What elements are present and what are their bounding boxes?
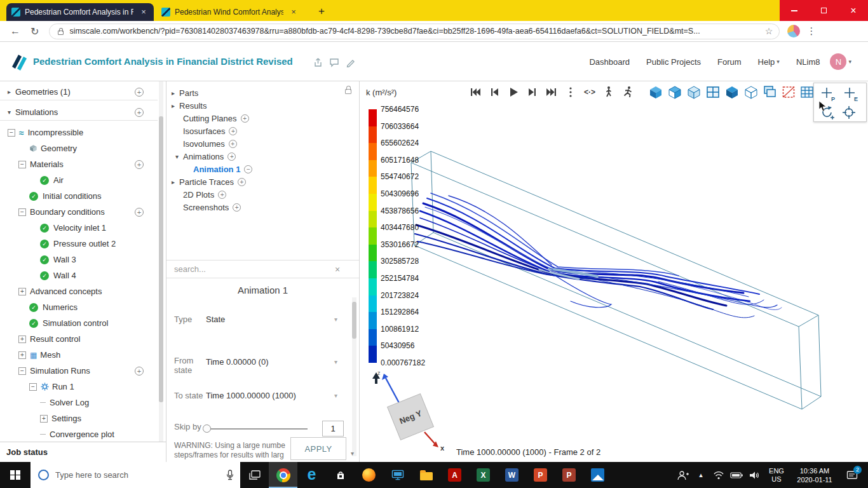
add-icon[interactable]: + — [135, 208, 144, 217]
sidebar-item-numerics[interactable]: ✓Numerics — [0, 299, 158, 315]
taskbar-file-explorer-icon[interactable] — [412, 462, 440, 488]
nav-help[interactable]: Help — [758, 57, 775, 67]
skip-last-icon[interactable] — [545, 85, 559, 99]
window-minimize-button[interactable] — [780, 0, 809, 21]
solid-cube-view-icon[interactable] — [724, 85, 740, 100]
tree-search-input[interactable] — [166, 264, 335, 274]
browser-tab-inactive[interactable]: Pedestrian Wind Comfort Analys × — [156, 3, 304, 21]
tab-close-icon[interactable]: × — [139, 7, 149, 17]
from-state-select[interactable]: From stateTime 0.00000 (0)▾ — [166, 356, 359, 377]
post-tree-item-isovolumes[interactable]: Isovolumes+ — [166, 137, 349, 150]
expand-icon[interactable]: + — [18, 288, 26, 295]
lock-icon[interactable] — [345, 89, 351, 94]
sidebar-item-wall-4[interactable]: ✓Wall 4 — [0, 268, 158, 283]
nav-public-projects[interactable]: Public Projects — [646, 57, 701, 67]
sidebar-item-settings[interactable]: +Settings — [0, 410, 158, 426]
hidden-icons-chevron[interactable]: ▴ — [692, 462, 710, 488]
taskbar-excel-icon[interactable]: X — [469, 462, 498, 488]
grid-view-icon[interactable] — [799, 85, 815, 100]
add-icon[interactable]: + — [135, 367, 144, 376]
window-close-button[interactable]: × — [839, 0, 868, 21]
expand-icon[interactable]: + — [18, 336, 26, 343]
remove-icon[interactable]: − — [244, 165, 252, 173]
omnibox[interactable]: simscale.com/workbench/?pid=763081402803… — [49, 24, 780, 39]
sidebar-scrollbar[interactable] — [159, 81, 163, 442]
center-target-icon[interactable] — [841, 104, 857, 121]
volume-icon[interactable] — [745, 462, 763, 488]
viewport[interactable]: k (m²/s²) 756464576706033664655602624605… — [360, 81, 868, 462]
person-walk-icon[interactable] — [602, 85, 616, 99]
post-tree-item-cutting-planes[interactable]: Cutting Planes+ — [166, 112, 349, 125]
sidebar-item-materials[interactable]: −Materials+ — [0, 156, 158, 172]
post-tree-item-2d-plots[interactable]: 2D Plots+ — [166, 188, 349, 201]
share-icon[interactable] — [313, 57, 323, 70]
taskbar-search[interactable]: Type here to search — [31, 462, 240, 488]
edit-pencil-icon[interactable] — [346, 57, 356, 70]
add-icon[interactable]: + — [241, 114, 249, 123]
field-value[interactable]: Time 1000.00000 (1000) — [206, 391, 296, 400]
collapse-icon[interactable]: − — [18, 208, 26, 216]
section-box-icon[interactable] — [781, 85, 796, 100]
microphone-icon[interactable] — [226, 470, 234, 480]
post-tree-item-animations[interactable]: ▾Animations+ — [166, 150, 349, 163]
skip-by-slider-knob[interactable] — [203, 424, 211, 433]
sidebar-item-convergence-plot[interactable]: Convergence plot — [0, 426, 158, 442]
nav-username[interactable]: NLim8 — [796, 57, 820, 67]
taskbar-powerpoint-icon[interactable]: P — [526, 462, 555, 488]
collapse-icon[interactable]: − — [18, 367, 26, 375]
skip-by-input[interactable] — [322, 421, 344, 437]
sidebar-item-solver-log[interactable]: Solver Log — [0, 395, 158, 410]
step-back-icon[interactable] — [487, 85, 501, 99]
add-icon[interactable]: + — [233, 203, 241, 212]
skip-by-slider-track[interactable] — [206, 428, 308, 430]
skip-first-icon[interactable] — [468, 85, 482, 99]
add-icon[interactable]: + — [227, 152, 236, 161]
sidebar-item-wall-3[interactable]: ✓Wall 3 — [0, 252, 158, 268]
sidebar-item-pressure-outlet-2[interactable]: ✓Pressure outlet 2 — [0, 236, 158, 252]
sidebar-item-result-control[interactable]: +Result control — [0, 331, 158, 347]
post-tree-item-parts[interactable]: ▸Parts — [166, 86, 349, 99]
sidebar-item-boundary-conditions[interactable]: −Boundary conditions+ — [0, 204, 158, 220]
add-icon[interactable]: + — [229, 127, 237, 135]
start-button[interactable] — [0, 462, 31, 488]
caret-right-icon[interactable]: ▸ — [172, 90, 175, 97]
sidebar-item-run-1[interactable]: −Run 1 — [0, 379, 158, 395]
taskbar-store-icon[interactable] — [326, 462, 355, 488]
expand-icon[interactable]: + — [40, 415, 48, 423]
action-center-icon[interactable]: 2 — [839, 462, 865, 488]
simscale-logo[interactable] — [9, 52, 28, 74]
sidebar-item-air[interactable]: ✓Air — [0, 172, 158, 188]
caret-right-icon[interactable]: ▸ — [172, 102, 175, 109]
comment-icon[interactable] — [329, 57, 339, 70]
sidebar-item-geometries-1[interactable]: ▸Geometries (1)+ — [0, 84, 158, 100]
layered-views-icon[interactable] — [763, 85, 778, 100]
new-tab-button[interactable]: + — [314, 4, 329, 19]
orientation-cube[interactable]: z Neg Y x — [363, 369, 452, 458]
taskbar-word-icon[interactable]: W — [498, 462, 526, 488]
bookmark-star-icon[interactable]: ☆ — [765, 26, 773, 36]
dropdown-caret-icon[interactable]: ▾ — [334, 316, 337, 323]
taskbar-remote-desktop-icon[interactable] — [383, 462, 412, 488]
post-tree-item-animation-1[interactable]: Animation 1− — [166, 163, 349, 175]
clear-search-icon[interactable]: × — [335, 264, 340, 274]
sidebar-item-mesh[interactable]: +▦Mesh — [0, 347, 158, 363]
dropdown-caret-icon[interactable]: ▾ — [334, 358, 337, 365]
dropdown-caret-icon[interactable]: ▾ — [334, 392, 337, 399]
menu-dots-icon[interactable] — [564, 85, 578, 99]
taskbar-acrobat-icon[interactable]: A — [440, 462, 469, 488]
url-text[interactable]: simscale.com/workbench/?pid=763081402803… — [69, 27, 759, 36]
taskbar-photos-icon[interactable] — [583, 462, 612, 488]
probe-element-icon[interactable]: E — [843, 86, 860, 103]
properties-scrollbar[interactable] — [352, 297, 356, 456]
expand-icon[interactable]: + — [18, 351, 26, 359]
play-icon[interactable] — [506, 85, 520, 99]
collapse-icon[interactable]: − — [18, 161, 26, 168]
sidebar-item-geometry[interactable]: Geometry — [0, 140, 158, 156]
post-tree-item-results[interactable]: ▸Results — [166, 99, 349, 112]
user-avatar[interactable]: N — [830, 53, 846, 70]
post-tree-item-isosurfaces[interactable]: Isosurfaces+ — [166, 125, 349, 137]
add-icon[interactable]: + — [135, 108, 144, 117]
browser-tab-active[interactable]: Pedestrian Comfort Analysis in Fi × — [6, 3, 154, 21]
step-forward-icon[interactable] — [526, 85, 539, 99]
network-icon[interactable] — [710, 462, 728, 488]
